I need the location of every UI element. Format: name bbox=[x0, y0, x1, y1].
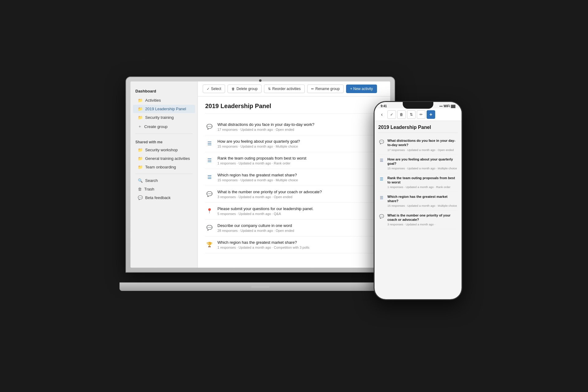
activity-item[interactable]: 💬 What distractions do you face in your … bbox=[205, 119, 383, 135]
phone-pencil-button[interactable]: ✏ bbox=[417, 110, 425, 119]
phone-activity-meta: 17 responses · Updated a month ago · Ope… bbox=[387, 148, 458, 152]
activity-title: Which region has the greatest market sha… bbox=[217, 240, 383, 245]
phone-activity-title: What is the number one priority of your … bbox=[387, 213, 458, 222]
app: Dashboard 📁 Activities 📁 2019 Leadership… bbox=[130, 81, 390, 268]
activity-content: What distractions do you face in your da… bbox=[217, 122, 383, 131]
phone-activity-item[interactable]: ☰ Which region has the greatest market s… bbox=[378, 192, 458, 211]
sidebar: Dashboard 📁 Activities 📁 2019 Leadership… bbox=[130, 81, 198, 268]
activity-title: Please submit your questions for our lea… bbox=[217, 206, 383, 211]
new-activity-button[interactable]: + New activity bbox=[346, 85, 377, 93]
activity-type-icon: 💬 bbox=[205, 122, 214, 131]
phone-screen: 9:41 ▪▪▪ WiFi ▓▓ ‹ ✓ 🗑 ⇅ ✏ + 2019 Leader… bbox=[375, 102, 462, 299]
rename-button[interactable]: ✏ Rename group bbox=[307, 85, 344, 93]
toolbar: ✓ Select 🗑 Delete group ⇅ Reorder activi… bbox=[198, 81, 390, 96]
delete-group-button[interactable]: 🗑 Delete group bbox=[228, 85, 262, 93]
sidebar-item-search[interactable]: 🔍 Search bbox=[133, 176, 195, 185]
reorder-button[interactable]: ⇅ Reorder activities bbox=[264, 85, 305, 93]
activity-item[interactable]: ☰ How are you feeling about your quarter… bbox=[205, 135, 383, 152]
activity-item[interactable]: ☰ Which region has the greatest market s… bbox=[205, 169, 383, 186]
activity-item[interactable]: ☰ Rank the team outing proposals from be… bbox=[205, 152, 383, 169]
folder-icon-3: 📁 bbox=[138, 115, 143, 120]
phone-activity-item[interactable]: 💬 What is the number one priority of you… bbox=[378, 211, 458, 229]
phone-activity-content: Rank the team outing proposals from best… bbox=[387, 176, 458, 189]
folder-icon-2: 📁 bbox=[138, 107, 143, 111]
feedback-icon: 💬 bbox=[138, 195, 143, 200]
dashboard-label[interactable]: Dashboard bbox=[130, 86, 198, 96]
phone-reorder-button[interactable]: ⇅ bbox=[407, 110, 416, 119]
main-content: ✓ Select 🗑 Delete group ⇅ Reorder activi… bbox=[198, 81, 390, 268]
activity-content: Which region has the greatest market sha… bbox=[217, 240, 383, 249]
sidebar-item-general-training[interactable]: 📁 General training activities bbox=[133, 154, 195, 163]
sidebar-item-team-onboarding[interactable]: 📁 Team onboarding bbox=[133, 163, 195, 171]
phone-back-button[interactable]: ‹ bbox=[378, 110, 386, 119]
activity-type-icon: ☰ bbox=[205, 173, 214, 181]
sidebar-item-beta-feedback[interactable]: 💬 Beta feedback bbox=[133, 194, 195, 202]
activity-content: Describe our company culture in one word… bbox=[217, 223, 383, 232]
phone-check-button[interactable]: ✓ bbox=[387, 110, 396, 119]
activity-meta: 28 responses · Updated a month ago · Ope… bbox=[217, 229, 383, 232]
status-icons: ▪▪▪ WiFi ▓▓ bbox=[439, 104, 455, 108]
sidebar-item-activities[interactable]: 📁 Activities bbox=[133, 96, 195, 104]
laptop-body: Dashboard 📁 Activities 📁 2019 Leadership… bbox=[126, 77, 395, 273]
activity-content: Which region has the greatest market sha… bbox=[217, 173, 383, 182]
phone-activity-meta: 3 responses · Updated a month ago · bbox=[387, 222, 458, 226]
battery-icon: ▓▓ bbox=[451, 104, 455, 108]
folder-icon-4: 📁 bbox=[138, 148, 143, 152]
phone-activity-meta: 15 responses · Updated a month ago · Mul… bbox=[387, 166, 458, 170]
activity-title: What distractions do you face in your da… bbox=[217, 122, 383, 127]
pencil-icon: ✏ bbox=[311, 87, 314, 91]
folder-icon-5: 📁 bbox=[138, 156, 143, 161]
sidebar-item-security-training[interactable]: 📁 Security training bbox=[133, 113, 195, 122]
phone-activity-title: Rank the team outing proposals from best… bbox=[387, 176, 458, 185]
activity-type-icon: 💬 bbox=[205, 223, 214, 232]
activity-title: Describe our company culture in one word bbox=[217, 223, 383, 228]
phone-time: 9:41 bbox=[381, 104, 387, 108]
phone-page-title: 2019 Leadership Panel bbox=[378, 125, 458, 133]
phone-activity-content: What distractions do you face in your da… bbox=[387, 138, 458, 152]
activity-title: Which region has the greatest market sha… bbox=[217, 173, 383, 177]
divider-2 bbox=[135, 174, 193, 174]
wifi-icon: WiFi bbox=[443, 104, 450, 108]
activity-meta: 3 responses · Updated a month ago · Open… bbox=[217, 195, 383, 199]
activity-content: How are you feeling about your quarterly… bbox=[217, 139, 383, 148]
activity-item[interactable]: 🏆 Which region has the greatest market s… bbox=[205, 236, 383, 253]
phone-activity-meta: 1 responses · Updated a month ago · Rank… bbox=[387, 185, 458, 189]
phone-delete-button[interactable]: 🗑 bbox=[397, 110, 406, 119]
phone-activity-title: How are you feeling about your quarterly… bbox=[387, 157, 458, 166]
activity-meta: 17 responses · Updated a month ago · Ope… bbox=[217, 128, 383, 131]
content-area: 2019 Leadership Panel 💬 What distraction… bbox=[198, 96, 390, 268]
sidebar-item-create-group[interactable]: ＋ Create group bbox=[133, 122, 195, 131]
activity-content: What is the number one priority of your … bbox=[217, 190, 383, 199]
laptop: Dashboard 📁 Activities 📁 2019 Leadership… bbox=[126, 77, 395, 291]
activity-type-icon: 📍 bbox=[205, 206, 214, 215]
folder-icon-6: 📁 bbox=[138, 165, 143, 169]
laptop-base bbox=[119, 282, 401, 291]
sidebar-item-leadership[interactable]: 📁 2019 Leadership Panel bbox=[133, 105, 195, 113]
delete-icon: 🗑 bbox=[232, 87, 235, 91]
reorder-icon: ⇅ bbox=[268, 87, 271, 91]
activity-item[interactable]: 💬 What is the number one priority of you… bbox=[205, 186, 383, 203]
phone-activity-content: How are you feeling about your quarterly… bbox=[387, 157, 458, 171]
activity-title: How are you feeling about your quarterly… bbox=[217, 139, 383, 144]
activity-type-icon: ☰ bbox=[205, 139, 214, 148]
sidebar-item-security-workshop[interactable]: 📁 Security workshop bbox=[133, 146, 195, 154]
select-button[interactable]: ✓ Select bbox=[203, 85, 225, 93]
phone-activities-list: 💬 What distractions do you face in your … bbox=[378, 136, 458, 229]
shared-section-label: Shared with me bbox=[130, 136, 198, 145]
phone-activity-item[interactable]: 💬 What distractions do you face in your … bbox=[378, 136, 458, 155]
phone-activity-item[interactable]: ☰ Rank the team outing proposals from be… bbox=[378, 173, 458, 192]
activity-type-icon: ☰ bbox=[205, 156, 214, 164]
activity-title: Rank the team outing proposals from best… bbox=[217, 156, 383, 160]
phone-activity-icon: ☰ bbox=[378, 194, 385, 201]
sidebar-item-trash[interactable]: 🗑 Trash bbox=[133, 185, 195, 193]
phone-activity-title: What distractions do you face in your da… bbox=[387, 138, 458, 147]
activity-title: What is the number one priority of your … bbox=[217, 190, 383, 194]
activity-item[interactable]: 📍 Please submit your questions for our l… bbox=[205, 203, 383, 220]
activity-meta: 15 responses · Updated a month ago · Mul… bbox=[217, 178, 383, 182]
phone-new-button[interactable]: + bbox=[427, 110, 435, 119]
activity-item[interactable]: 💬 Describe our company culture in one wo… bbox=[205, 220, 383, 236]
phone-content: 2019 Leadership Panel 💬 What distraction… bbox=[375, 121, 462, 299]
phone-activity-item[interactable]: ☰ How are you feeling about your quarter… bbox=[378, 155, 458, 173]
activity-content: Please submit your questions for our lea… bbox=[217, 206, 383, 216]
search-icon: 🔍 bbox=[138, 178, 143, 183]
